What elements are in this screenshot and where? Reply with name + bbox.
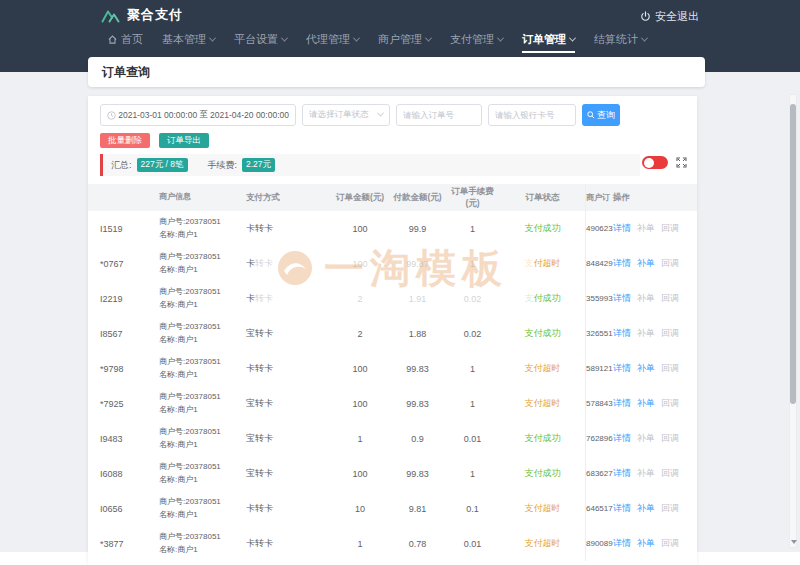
- status-badge: 支付超时: [525, 258, 561, 268]
- export-orders-button[interactable]: 订单导出: [159, 133, 209, 148]
- reissue-link: 补单: [637, 467, 655, 480]
- status-badge: 支付成功: [525, 293, 561, 303]
- detail-link[interactable]: 详情: [613, 362, 631, 375]
- detail-link[interactable]: 详情: [613, 537, 631, 550]
- fullscreen-icon[interactable]: [676, 157, 687, 168]
- order-number-cell: *0767: [88, 259, 138, 269]
- column-header: 订单状态: [500, 192, 585, 204]
- column-header: 订单金额(元): [330, 192, 390, 204]
- pay-method-cell: 宝转卡: [246, 397, 330, 410]
- callback-link: 回调: [661, 222, 679, 235]
- order-no-input[interactable]: [396, 104, 482, 126]
- nav-item-6[interactable]: 支付管理: [450, 33, 503, 53]
- order-amount-cell: 100: [330, 469, 390, 479]
- nav-item-7[interactable]: 订单管理: [522, 33, 575, 53]
- detail-link[interactable]: 详情: [613, 432, 631, 445]
- scrollbar-down-arrow[interactable]: [791, 540, 797, 544]
- pay-method-cell: 宝转卡: [246, 327, 330, 340]
- reissue-link[interactable]: 补单: [637, 257, 655, 270]
- brand-title: 聚合支付: [127, 6, 183, 24]
- reissue-link: 补单: [637, 432, 655, 445]
- scrollbar-thumb[interactable]: [790, 104, 796, 404]
- order-amount-cell: 100: [330, 364, 390, 374]
- operations-cell: 详情补单回调: [613, 537, 697, 550]
- detail-link[interactable]: 详情: [613, 327, 631, 340]
- nav-item-label: 平台设置: [234, 33, 278, 46]
- order-status-select[interactable]: 请选择订单状态: [302, 104, 390, 126]
- nav-item-2[interactable]: 基本管理: [162, 33, 215, 53]
- page-title-card: 订单查询: [88, 57, 705, 87]
- pay-method-cell: 宝转卡: [246, 467, 330, 480]
- bank-card-input[interactable]: [488, 104, 576, 126]
- merchant-name: 名称:商户1: [159, 439, 246, 452]
- nav-item-5[interactable]: 商户管理: [378, 33, 431, 53]
- batch-delete-button[interactable]: 批量删除: [100, 133, 150, 148]
- chevron-down-icon: [377, 109, 384, 116]
- fee-cell: 1: [445, 399, 500, 409]
- status-badge: 支付超时: [525, 538, 561, 548]
- toggle-switch[interactable]: [642, 156, 668, 169]
- date-range-input[interactable]: 2021-03-01 00:00:00 至 2021-04-20 00:00:0…: [100, 104, 296, 126]
- nav-item-1[interactable]: 首页: [108, 33, 143, 53]
- status-badge: 支付成功: [525, 433, 561, 443]
- pay-method-cell: 卡转卡: [246, 362, 330, 375]
- merchant-order-cell: 646517: [585, 491, 613, 526]
- table-row: I6088商户号:20378051名称:商户1宝转卡10099.831支付成功6…: [88, 456, 697, 491]
- fee-cell: 1: [445, 469, 500, 479]
- table-row: *7925商户号:20378051名称:商户1宝转卡10099.831支付超时5…: [88, 386, 697, 421]
- detail-link[interactable]: 详情: [613, 292, 631, 305]
- table-row: *0767商户号:20378051名称:商户1卡转卡10099.871支付超时8…: [88, 246, 697, 281]
- merchant-name: 名称:商户1: [159, 334, 246, 347]
- detail-link[interactable]: 详情: [613, 397, 631, 410]
- fee-cell: 1: [445, 224, 500, 234]
- callback-link: 回调: [661, 502, 679, 515]
- callback-link: 回调: [661, 292, 679, 305]
- pay-method-cell: 卡转卡: [246, 502, 330, 515]
- order-amount-cell: 100: [330, 259, 390, 269]
- operations-cell: 详情补单回调: [613, 432, 697, 445]
- merchant-order-cell: 683627: [585, 456, 613, 491]
- column-header: 操作: [613, 192, 697, 204]
- chevron-down-icon: [641, 35, 648, 42]
- merchant-no: 商户号:20378051: [159, 251, 246, 264]
- pay-amount-cell: 0.78: [390, 539, 445, 549]
- callback-link: 回调: [661, 537, 679, 550]
- reissue-link[interactable]: 补单: [637, 397, 655, 410]
- summary-total-label: 汇总:: [111, 159, 132, 172]
- order-status-cell: 支付超时: [500, 537, 585, 550]
- order-number-cell: I0656: [88, 504, 138, 514]
- order-status-cell: 支付超时: [500, 257, 585, 270]
- merchant-name: 名称:商户1: [159, 264, 246, 277]
- reissue-link[interactable]: 补单: [637, 502, 655, 515]
- logout-button[interactable]: 安全退出: [640, 9, 699, 24]
- pay-amount-cell: 1.88: [390, 329, 445, 339]
- merchant-order-cell: 326551: [585, 316, 613, 351]
- order-amount-cell: 10: [330, 504, 390, 514]
- order-status-cell: 支付超时: [500, 397, 585, 410]
- merchant-name: 名称:商户1: [159, 229, 246, 242]
- summary-total-badge: 227元 / 8笔: [137, 158, 188, 172]
- detail-link[interactable]: 详情: [613, 467, 631, 480]
- fee-cell: 0.02: [445, 329, 500, 339]
- column-header: 商户信息: [138, 191, 246, 204]
- merchant-no: 商户号:20378051: [159, 356, 246, 369]
- merchant-info-cell: 商户号:20378051名称:商户1: [138, 426, 246, 452]
- nav-item-8[interactable]: 结算统计: [594, 33, 647, 53]
- order-status-cell: 支付成功: [500, 327, 585, 340]
- chevron-down-icon: [497, 35, 504, 42]
- detail-link[interactable]: 详情: [613, 257, 631, 270]
- callback-link: 回调: [661, 432, 679, 445]
- detail-link[interactable]: 详情: [613, 222, 631, 235]
- reissue-link[interactable]: 补单: [637, 362, 655, 375]
- nav-item-4[interactable]: 代理管理: [306, 33, 359, 53]
- merchant-no: 商户号:20378051: [159, 461, 246, 474]
- status-badge: 支付超时: [525, 363, 561, 373]
- merchant-name: 名称:商户1: [159, 299, 246, 312]
- order-number-cell: I6088: [88, 469, 138, 479]
- reissue-link: 补单: [637, 292, 655, 305]
- detail-link[interactable]: 详情: [613, 502, 631, 515]
- reissue-link[interactable]: 补单: [637, 537, 655, 550]
- search-button[interactable]: 查询: [582, 104, 620, 126]
- nav-item-3[interactable]: 平台设置: [234, 33, 287, 53]
- operations-cell: 详情补单回调: [613, 222, 697, 235]
